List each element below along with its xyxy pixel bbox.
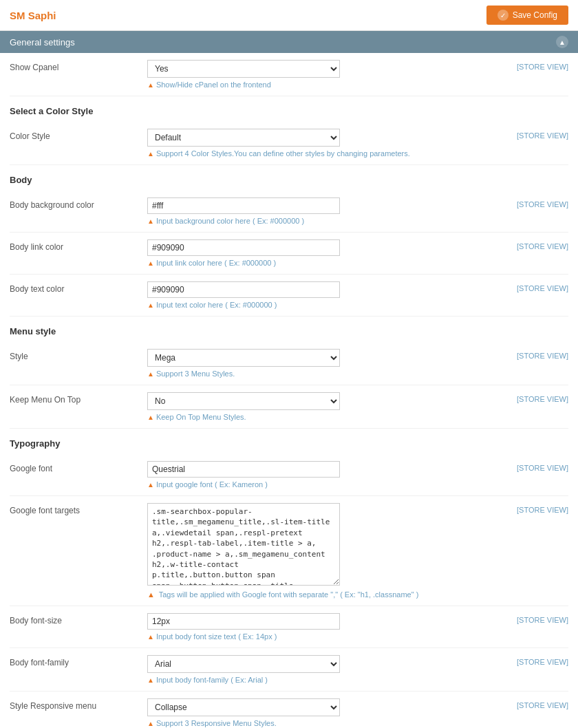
body-font-family-label: Body font-family [10,655,147,667]
menu-style-row: Style Mega Accordion Standard ▲ Support … [10,342,568,385]
color-style-store-view[interactable]: [STORE VIEW] [517,129,568,140]
hint-arrow-icon: ▲ [147,590,155,599]
body-link-color-input[interactable] [147,239,340,256]
body-font-size-store-view[interactable]: [STORE VIEW] [517,613,568,624]
collapse-icon[interactable]: ▲ [556,36,568,48]
body-bg-color-row: Body background color ▲ Input background… [10,191,568,233]
menu-style-store-view[interactable]: [STORE VIEW] [517,349,568,360]
body-bg-color-input[interactable] [147,197,340,214]
menu-style-hint: ▲ Support 3 Menu Styles. [147,370,510,378]
main-content: General settings ▲ Show Cpanel Yes No ▲ … [0,31,578,728]
body-text-color-row: Body text color ▲ Input text color here … [10,275,568,317]
hint-arrow-icon: ▲ [147,414,154,421]
show-cpanel-store-view[interactable]: [STORE VIEW] [517,60,568,71]
keep-menu-on-top-hint: ▲ Keep On Top Menu Styles. [147,413,510,421]
menu-style-subtitle: Menu style [10,317,568,342]
content-area: Show Cpanel Yes No ▲ Show/Hide cPanel on… [0,53,578,728]
hint-arrow-icon: ▲ [147,301,154,309]
body-link-color-store-view[interactable]: [STORE VIEW] [517,239,568,250]
body-link-color-field: ▲ Input link color here ( Ex: #000000 ) [147,239,510,267]
keep-menu-on-top-row: Keep Menu On Top No Yes ▲ Keep On Top Me… [10,385,568,429]
body-text-color-store-view[interactable]: [STORE VIEW] [517,281,568,292]
show-cpanel-hint: ▲ Show/Hide cPanel on the frontend [147,81,510,89]
show-cpanel-select[interactable]: Yes No [147,60,340,78]
top-bar: SM Saphi ✓ Save Config [0,0,578,31]
body-font-family-hint: ▲ Input body font-family ( Ex: Arial ) [147,676,510,684]
hint-arrow-icon: ▲ [147,217,154,225]
body-bg-color-field: ▲ Input background color here ( Ex: #000… [147,197,510,225]
body-bg-color-store-view[interactable]: [STORE VIEW] [517,197,568,208]
color-style-select[interactable]: Default Style 1 Style 2 Style 3 [147,129,340,147]
style-responsive-menu-select[interactable]: Collapse Accordion Standard [147,698,340,716]
body-link-color-label: Body link color [10,239,147,252]
google-font-targets-textarea[interactable]: .sm-searchbox-popular-title,.sm_megamenu… [147,503,340,586]
google-font-label: Google font [10,461,147,473]
style-responsive-menu-row: Style Responsive menu Collapse Accordion… [10,692,568,728]
general-settings-header: General settings ▲ [0,31,578,53]
hint-arrow-icon: ▲ [147,633,154,641]
body-text-color-field: ▲ Input text color here ( Ex: #000000 ) [147,281,510,309]
color-style-subtitle: Select a Color Style [10,96,568,122]
body-bg-color-label: Body background color [10,197,147,210]
show-cpanel-field: Yes No ▲ Show/Hide cPanel on the fronten… [147,60,510,89]
color-style-hint: ▲ Support 4 Color Styles.You can define … [147,149,510,158]
typography-subtitle: Typography [10,429,568,454]
google-font-hint: ▲ Input google font ( Ex: Kameron ) [147,480,510,489]
style-responsive-menu-store-view[interactable]: [STORE VIEW] [517,698,568,709]
body-font-size-input[interactable] [147,613,340,630]
body-font-family-row: Body font-family Arial Verdana Georgia T… [10,648,568,692]
google-font-store-view[interactable]: [STORE VIEW] [517,461,568,472]
hint-arrow-icon: ▲ [147,676,154,684]
body-text-color-label: Body text color [10,281,147,294]
show-cpanel-label: Show Cpanel [10,60,147,72]
body-bg-color-hint: ▲ Input background color here ( Ex: #000… [147,217,510,225]
hint-arrow-icon: ▲ [147,150,154,158]
hint-arrow-icon: ▲ [147,481,154,489]
hint-arrow-icon: ▲ [147,81,154,89]
color-style-row: Color Style Default Style 1 Style 2 Styl… [10,122,568,165]
body-font-size-hint: ▲ Input body font size text ( Ex: 14px ) [147,632,510,641]
save-config-button[interactable]: ✓ Save Config [486,6,568,25]
menu-style-field: Mega Accordion Standard ▲ Support 3 Menu… [147,349,510,378]
google-font-targets-field: .sm-searchbox-popular-title,.sm_megamenu… [147,503,510,599]
keep-menu-on-top-label: Keep Menu On Top [10,392,147,405]
menu-style-select[interactable]: Mega Accordion Standard [147,349,340,367]
google-font-targets-label: Google font targets [10,503,147,515]
google-font-row: Google font ▲ Input google font ( Ex: Ka… [10,454,568,496]
body-font-size-row: Body font-size ▲ Input body font size te… [10,606,568,648]
save-icon: ✓ [497,10,509,21]
body-subtitle: Body [10,165,568,191]
body-font-family-field: Arial Verdana Georgia Times New Roman ▲ … [147,655,510,684]
hint-arrow-icon: ▲ [147,720,154,727]
body-font-family-select[interactable]: Arial Verdana Georgia Times New Roman [147,655,340,673]
body-font-size-field: ▲ Input body font size text ( Ex: 14px ) [147,613,510,641]
show-cpanel-row: Show Cpanel Yes No ▲ Show/Hide cPanel on… [10,53,568,96]
color-style-label: Color Style [10,129,147,141]
google-font-field: ▲ Input google font ( Ex: Kameron ) [147,461,510,489]
google-font-targets-row: Google font targets .sm-searchbox-popula… [10,496,568,606]
style-responsive-menu-label: Style Responsive menu [10,698,147,711]
section-title: General settings [10,37,75,47]
keep-menu-on-top-store-view[interactable]: [STORE VIEW] [517,392,568,403]
style-responsive-menu-field: Collapse Accordion Standard ▲ Support 3 … [147,698,510,727]
hint-arrow-icon: ▲ [147,259,154,267]
body-text-color-input[interactable] [147,281,340,298]
body-font-family-store-view[interactable]: [STORE VIEW] [517,655,568,666]
body-font-size-label: Body font-size [10,613,147,625]
google-font-targets-hint: ▲ Tags will be applied with Google font … [147,590,510,599]
app-title: SM Saphi [10,10,56,21]
keep-menu-on-top-field: No Yes ▲ Keep On Top Menu Styles. [147,392,510,421]
body-link-color-row: Body link color ▲ Input link color here … [10,233,568,275]
body-text-color-hint: ▲ Input text color here ( Ex: #000000 ) [147,301,510,309]
keep-menu-on-top-select[interactable]: No Yes [147,392,340,410]
body-link-color-hint: ▲ Input link color here ( Ex: #000000 ) [147,259,510,267]
menu-style-label: Style [10,349,147,361]
google-font-targets-store-view[interactable]: [STORE VIEW] [517,503,568,514]
style-responsive-menu-hint: ▲ Support 3 Responsive Menu Styles. [147,719,510,727]
google-font-input[interactable] [147,461,340,478]
hint-arrow-icon: ▲ [147,370,154,378]
color-style-field: Default Style 1 Style 2 Style 3 ▲ Suppor… [147,129,510,158]
